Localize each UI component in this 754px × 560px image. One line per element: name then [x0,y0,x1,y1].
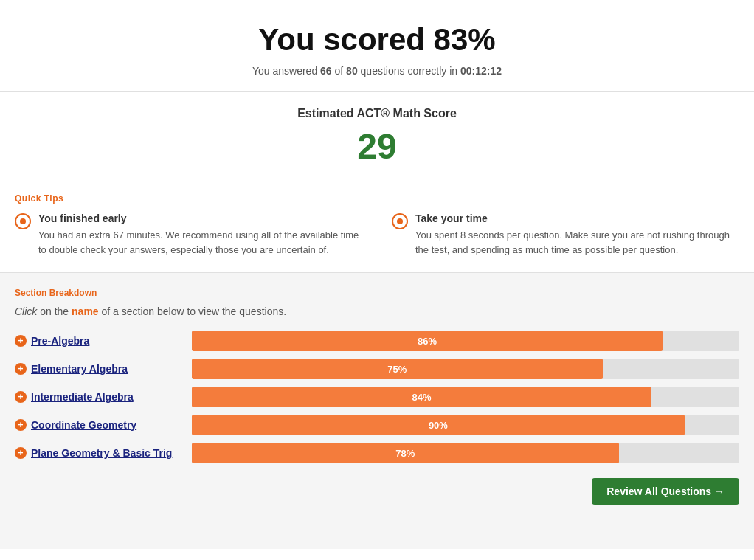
tip-text-1: You spent 8 seconds per question. Make s… [415,228,739,257]
plus-icon-1: + [15,363,27,375]
tip-icon-inner-1 [397,218,403,224]
instruction-end: of a section below to view the questions… [99,305,286,317]
tip-item-0: You finished early You had an extra 67 m… [15,212,362,257]
bar-fill-1: 75% [192,359,603,379]
section-name-area-2: +Intermediate Algebra [15,391,192,403]
bar-label-1: 75% [387,364,407,375]
tips-row: You finished early You had an extra 67 m… [15,212,739,257]
review-btn-area: Review All Questions → [15,478,739,505]
bar-label-2: 84% [412,392,432,403]
tip-title-1: Take your time [415,212,739,224]
bar-label-0: 86% [418,336,437,347]
act-score-value: 29 [15,126,739,167]
section-row-0: +Pre-Algebra86% [15,331,739,351]
answered-text: You answered [252,65,320,77]
act-score-section: Estimated ACT® Math Score 29 [0,92,754,182]
tip-icon-inner-0 [20,218,26,224]
section-link-3[interactable]: Coordinate Geometry [31,419,136,431]
tip-title-0: You finished early [38,212,362,224]
section-link-4[interactable]: Plane Geometry & Basic Trig [31,447,172,459]
bar-label-3: 90% [429,420,448,431]
plus-icon-4: + [15,447,27,459]
tip-item-1: Take your time You spent 8 seconds per q… [392,212,739,257]
answered-of: of [332,65,346,77]
bar-fill-0: 86% [192,331,663,351]
bar-fill-2: 84% [192,387,651,407]
answered-suffix: questions correctly in [358,65,460,77]
bar-fill-3: 90% [192,415,685,435]
section-name-area-3: +Coordinate Geometry [15,419,192,431]
click-instruction: Click on the name of a section below to … [15,305,739,317]
tip-text-0: You had an extra 67 minutes. We recommen… [38,228,362,257]
tip-content-0: You finished early You had an extra 67 m… [38,212,362,257]
section-row-1: +Elementary Algebra75% [15,359,739,379]
score-heading: You scored 83% [15,22,739,58]
section-name-area-1: +Elementary Algebra [15,363,192,375]
bar-container-1: 75% [192,359,739,379]
quick-tips-section: Quick Tips You finished early You had an… [0,182,754,273]
section-row-4: +Plane Geometry & Basic Trig78% [15,443,739,463]
bar-container-3: 90% [192,415,739,435]
time-display: 00:12:12 [460,65,502,77]
answered-line: You answered 66 of 80 questions correctl… [15,65,739,77]
plus-icon-3: + [15,419,27,431]
section-name-area-4: +Plane Geometry & Basic Trig [15,447,192,459]
tip-icon-1 [392,213,408,229]
tip-icon-0 [15,213,31,229]
tip-content-1: Take your time You spent 8 seconds per q… [415,212,739,257]
score-section: You scored 83% You answered 66 of 80 que… [0,0,754,92]
breakdown-label: Section Breakdown [15,288,739,298]
breakdown-section: Section Breakdown Click on the name of a… [0,273,754,549]
bar-container-2: 84% [192,387,739,407]
section-link-1[interactable]: Elementary Algebra [31,363,128,375]
review-all-button[interactable]: Review All Questions → [592,478,739,505]
answered-count: 66 [320,65,332,77]
plus-icon-0: + [15,335,27,347]
section-link-2[interactable]: Intermediate Algebra [31,391,134,403]
bar-label-4: 78% [395,448,415,459]
quick-tips-label: Quick Tips [15,193,739,204]
section-row-3: +Coordinate Geometry90% [15,415,739,435]
bar-container-4: 78% [192,443,739,463]
section-rows: +Pre-Algebra86%+Elementary Algebra75%+In… [15,331,739,463]
section-name-area-0: +Pre-Algebra [15,335,192,347]
plus-icon-2: + [15,391,27,403]
act-score-label: Estimated ACT® Math Score [15,107,739,120]
bar-container-0: 86% [192,331,739,351]
instruction-middle: on the [37,305,72,317]
section-row-2: +Intermediate Algebra84% [15,387,739,407]
name-word: name [72,305,99,317]
click-word: Click [15,305,37,317]
section-link-0[interactable]: Pre-Algebra [31,335,89,347]
bar-fill-4: 78% [192,443,619,463]
total-questions: 80 [346,65,358,77]
